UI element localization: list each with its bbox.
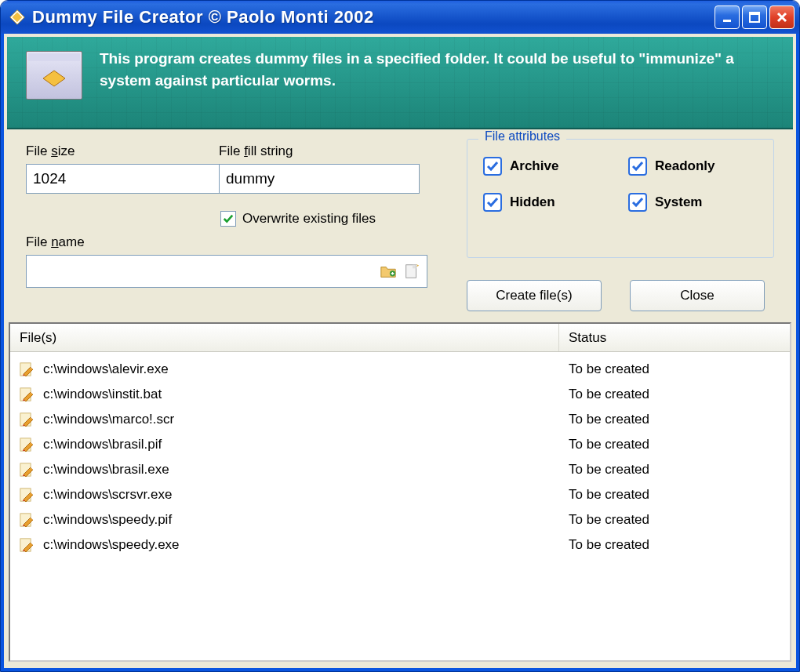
- attr-archive-label: Archive: [510, 158, 558, 174]
- file-status: To be created: [569, 512, 782, 528]
- file-name-input[interactable]: [27, 256, 375, 287]
- svg-marker-5: [43, 71, 65, 86]
- list-item[interactable]: c:\windows\brasil.pifTo be created: [10, 432, 790, 457]
- file-status: To be created: [569, 387, 782, 402]
- file-edit-icon: [18, 536, 35, 554]
- file-path: c:\windows\speedy.exe: [43, 537, 569, 553]
- col-header-status[interactable]: Status: [559, 324, 790, 351]
- file-fill-input[interactable]: [219, 164, 420, 194]
- file-list: File(s) Status c:\windows\alevir.exeTo b…: [9, 322, 791, 662]
- file-path: c:\windows\alevir.exe: [43, 361, 569, 377]
- file-path: c:\windows\brasil.pif: [43, 437, 569, 452]
- browse-folder-icon[interactable]: [378, 261, 398, 282]
- svg-marker-8: [416, 264, 420, 267]
- overwrite-checkbox[interactable]: [220, 211, 236, 227]
- attr-readonly-label: Readonly: [655, 158, 715, 174]
- banner-text: This program creates dummy files in a sp…: [100, 48, 758, 92]
- svg-rect-4: [750, 13, 759, 15]
- new-file-icon[interactable]: [402, 261, 422, 282]
- list-item[interactable]: c:\windows\speedy.pifTo be created: [10, 507, 790, 532]
- list-item[interactable]: c:\windows\speedy.exeTo be created: [10, 532, 790, 558]
- file-attributes-group: File attributes Archive Readonly Hidd: [467, 139, 774, 258]
- file-edit-icon: [18, 511, 35, 529]
- attr-system[interactable]: System: [628, 193, 758, 212]
- banner-app-icon: [26, 51, 82, 100]
- list-header: File(s) Status: [10, 324, 790, 352]
- list-item[interactable]: c:\windows\brasil.exeTo be created: [10, 457, 790, 482]
- titlebar: Dummy File Creator © Paolo Monti 2002: [1, 1, 799, 34]
- file-path: c:\windows\speedy.pif: [43, 512, 569, 528]
- overwrite-label: Overwrite existing files: [242, 211, 376, 227]
- info-banner: This program creates dummy files in a sp…: [7, 37, 793, 129]
- list-item[interactable]: c:\windows\alevir.exeTo be created: [10, 357, 790, 382]
- attr-readonly-checkbox[interactable]: [628, 157, 647, 176]
- col-header-files[interactable]: File(s): [10, 324, 559, 351]
- file-edit-icon: [18, 386, 35, 403]
- close-button[interactable]: Close: [630, 280, 765, 311]
- svg-rect-2: [723, 20, 731, 22]
- app-icon: [9, 9, 26, 26]
- file-edit-icon: [18, 361, 35, 378]
- attr-system-checkbox[interactable]: [628, 193, 647, 212]
- file-status: To be created: [569, 437, 782, 452]
- window-title: Dummy File Creator © Paolo Monti 2002: [32, 7, 715, 27]
- file-status: To be created: [569, 487, 782, 503]
- file-size-input[interactable]: [26, 164, 225, 194]
- file-size-label: File size: [26, 143, 191, 159]
- file-status: To be created: [569, 462, 782, 478]
- list-item[interactable]: c:\windows\instit.batTo be created: [10, 382, 790, 407]
- list-item[interactable]: c:\windows\marco!.scrTo be created: [10, 407, 790, 432]
- file-path: c:\windows\brasil.exe: [43, 462, 569, 478]
- file-edit-icon: [18, 486, 35, 503]
- attr-archive-checkbox[interactable]: [483, 157, 502, 176]
- attr-system-label: System: [655, 194, 702, 210]
- attr-readonly[interactable]: Readonly: [628, 157, 758, 176]
- create-files-button[interactable]: Create file(s): [467, 280, 602, 311]
- file-fill-label: File fill string: [219, 143, 420, 159]
- file-attributes-legend: File attributes: [478, 129, 566, 143]
- attr-hidden-checkbox[interactable]: [483, 193, 502, 212]
- window-controls: [715, 5, 795, 29]
- list-item[interactable]: c:\windows\scrsvr.exeTo be created: [10, 482, 790, 507]
- client-area: This program creates dummy files in a sp…: [1, 34, 799, 671]
- file-path: c:\windows\instit.bat: [43, 387, 569, 402]
- file-size-spinner[interactable]: ▲ ▼: [26, 164, 191, 194]
- attr-hidden[interactable]: Hidden: [483, 193, 613, 212]
- file-status: To be created: [569, 537, 782, 553]
- file-name-label: File name: [26, 234, 449, 250]
- maximize-button[interactable]: [742, 5, 767, 29]
- minimize-button[interactable]: [715, 5, 740, 29]
- file-edit-icon: [18, 436, 35, 453]
- list-body: c:\windows\alevir.exeTo be createdc:\win…: [10, 352, 790, 660]
- file-edit-icon: [18, 461, 35, 478]
- file-name-field: [26, 255, 427, 288]
- close-window-button[interactable]: [769, 5, 795, 29]
- file-path: c:\windows\scrsvr.exe: [43, 487, 569, 503]
- file-status: To be created: [569, 361, 782, 377]
- attr-archive[interactable]: Archive: [483, 157, 613, 176]
- file-edit-icon: [18, 411, 35, 428]
- form-area: File size ▲ ▼ File fill string: [4, 133, 796, 318]
- attr-hidden-label: Hidden: [510, 194, 555, 210]
- file-path: c:\windows\marco!.scr: [43, 412, 569, 427]
- file-status: To be created: [569, 412, 782, 427]
- app-window: Dummy File Creator © Paolo Monti 2002 Th…: [0, 0, 800, 672]
